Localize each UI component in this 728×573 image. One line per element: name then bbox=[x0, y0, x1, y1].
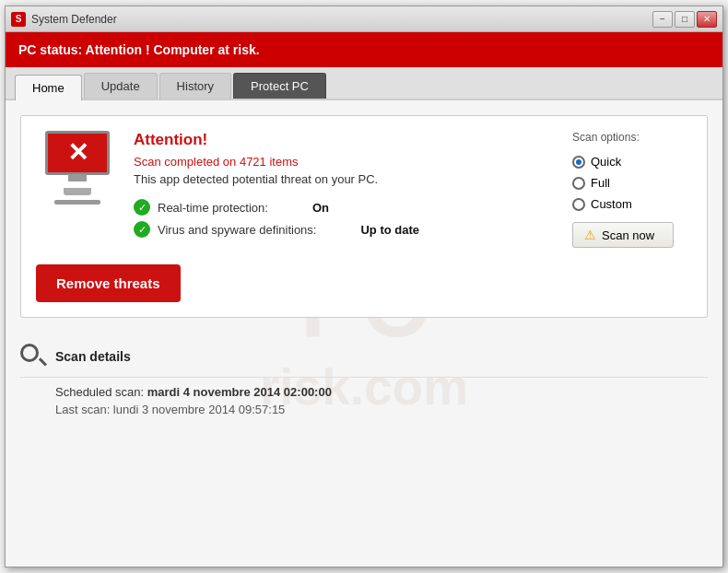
scheduled-scan-row: Scheduled scan: mardi 4 novembre 2014 02… bbox=[55, 385, 708, 399]
scan-now-label: Scan now bbox=[602, 228, 654, 242]
scan-now-button[interactable]: ⚠ Scan now bbox=[572, 222, 674, 248]
scan-details-title: Scan details bbox=[55, 349, 131, 364]
mag-circle bbox=[20, 344, 39, 362]
window-controls: − □ ✕ bbox=[652, 11, 717, 28]
warn-icon: ⚠ bbox=[584, 228, 596, 242]
radio-quick[interactable]: Quick bbox=[572, 155, 692, 169]
monitor-icon: ✕ bbox=[45, 131, 110, 175]
scan-details-header: Scan details bbox=[20, 344, 708, 369]
tab-update[interactable]: Update bbox=[84, 73, 158, 99]
tab-protect-pc[interactable]: Protect PC bbox=[233, 73, 326, 99]
minimize-button[interactable]: − bbox=[652, 11, 673, 28]
status-item-realtime: ✓ Real-time protection: On bbox=[134, 199, 558, 216]
tab-bar: Home Update History Protect PC bbox=[6, 67, 722, 100]
title-bar-left: S System Defender bbox=[11, 12, 117, 27]
attention-title: Attention! bbox=[134, 131, 558, 149]
scan-options-panel: Scan options: Quick Full Custom bbox=[572, 131, 692, 248]
radio-circle-quick bbox=[572, 156, 585, 169]
radio-full[interactable]: Full bbox=[572, 176, 692, 190]
threat-description: This app detected potential threat on yo… bbox=[134, 172, 558, 186]
mag-handle bbox=[39, 357, 47, 366]
realtime-label: Real-time protection: bbox=[158, 201, 268, 215]
radio-label-quick: Quick bbox=[591, 155, 621, 169]
app-icon: S bbox=[11, 12, 26, 27]
check-icon-realtime: ✓ bbox=[134, 199, 150, 216]
scan-details-section: Scan details Scheduled scan: mardi 4 nov… bbox=[20, 334, 708, 426]
content-area: PC risk.com ✕ Attention! Scan completed … bbox=[6, 100, 722, 567]
radio-circle-custom bbox=[572, 198, 585, 211]
main-panel: ✕ Attention! Scan completed on 4721 item… bbox=[20, 115, 708, 318]
status-bar: PC status: Attention ! Computer at risk. bbox=[6, 32, 722, 67]
realtime-value: On bbox=[312, 201, 329, 215]
last-scan-row: Last scan: lundi 3 novembre 2014 09:57:1… bbox=[55, 403, 708, 416]
status-text: PC status: Attention ! Computer at risk. bbox=[18, 42, 260, 57]
title-bar: S System Defender − □ ✕ bbox=[6, 6, 722, 32]
window-title: System Defender bbox=[31, 13, 117, 26]
remove-threats-button[interactable]: Remove threats bbox=[36, 264, 181, 302]
tab-history[interactable]: History bbox=[159, 73, 231, 99]
threat-icon-container: ✕ bbox=[36, 131, 119, 205]
attention-text: Attention! Scan completed on 4721 items … bbox=[134, 131, 558, 238]
definitions-label: Virus and spyware definitions: bbox=[158, 223, 316, 237]
radio-label-custom: Custom bbox=[591, 197, 632, 211]
radio-custom[interactable]: Custom bbox=[572, 197, 692, 211]
check-icon-definitions: ✓ bbox=[134, 221, 150, 238]
definitions-value: Up to date bbox=[360, 223, 419, 237]
scan-completed-text: Scan completed on 4721 items bbox=[134, 155, 558, 169]
scan-options-label: Scan options: bbox=[572, 131, 692, 144]
x-mark-icon: ✕ bbox=[67, 140, 88, 166]
monitor-base bbox=[54, 200, 100, 205]
monitor-stand bbox=[64, 188, 91, 194]
status-items: ✓ Real-time protection: On ✓ Virus and s… bbox=[134, 199, 558, 238]
maximize-button[interactable]: □ bbox=[675, 11, 695, 28]
tab-home[interactable]: Home bbox=[15, 75, 82, 100]
status-item-definitions: ✓ Virus and spyware definitions: Up to d… bbox=[134, 221, 558, 238]
radio-circle-full bbox=[572, 177, 585, 190]
radio-label-full: Full bbox=[591, 176, 610, 190]
close-button[interactable]: ✕ bbox=[697, 11, 717, 28]
divider bbox=[20, 377, 708, 378]
attention-row: ✕ Attention! Scan completed on 4721 item… bbox=[36, 131, 692, 248]
main-window: S System Defender − □ ✕ PC status: Atten… bbox=[5, 6, 723, 567]
magnifier-icon bbox=[20, 344, 46, 369]
